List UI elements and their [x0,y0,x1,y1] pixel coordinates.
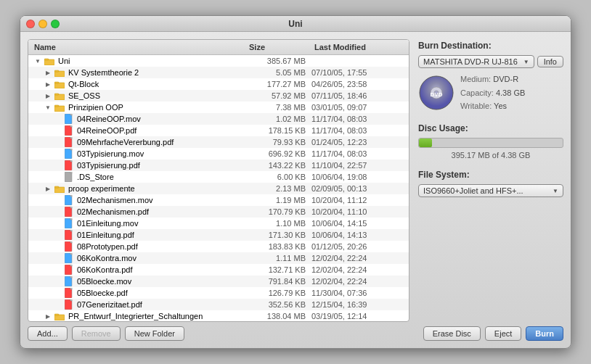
file-date-cell: 10/06/04, 14:13 [311,231,406,239]
table-row[interactable]: ▶ KV Systemtheorie 2 5.05 MB 07/10/05, 1… [28,67,409,78]
file-name-cell: ▼ Uni [31,57,246,65]
table-row[interactable]: 05Bloecke.pdf 126.79 KB 11/30/04, 07:36 [28,287,409,299]
file-size-cell: 352.56 KB [246,300,311,309]
file-icon [65,265,73,275]
file-date-cell: 11/30/04, 07:36 [311,289,406,297]
remove-button[interactable]: Remove [72,326,121,341]
disclosure-triangle-icon[interactable]: ▶ [44,69,52,76]
file-date-cell: 01/12/05, 20:26 [311,242,406,251]
table-row[interactable]: 03Typisierung.pdf 143.22 KB 11/10/04, 22… [28,160,409,171]
file-size-cell: 2.13 MB [246,184,311,193]
drive-dropdown[interactable]: MATSHITA DVD-R UJ-816 ▼ [418,55,534,68]
disc-usage-section: Disc Usage: 395.17 MB of 4.38 GB [418,123,563,160]
file-system-title: File System: [418,170,563,180]
table-row[interactable]: 04ReineOOP.mov 1.02 MB 11/17/04, 08:03 [28,113,409,125]
file-name-cell: 01Einleitung.mov [31,218,246,228]
table-row[interactable]: 02Mechanismen.pdf 170.79 KB 10/20/04, 11… [28,206,409,218]
table-row[interactable]: ▶ Qt-Block 177.27 MB 04/26/05, 23:58 [28,78,409,90]
svg-rect-27 [70,207,72,208]
table-row[interactable]: ▼ Prinzipien OOP 7.38 MB 03/01/05, 09:07 [28,102,409,113]
file-date-cell: 12/02/04, 22:24 [311,265,406,274]
usage-label: 395.17 MB of 4.38 GB [418,151,563,160]
file-name-cell: 01Einleitung.pdf [31,230,246,240]
col-header-size: Size [246,41,311,53]
file-name-cell: 04ReineOOP.mov [31,114,246,124]
info-button[interactable]: Info [537,56,563,67]
file-size-cell: 1.11 MB [246,254,311,262]
table-row[interactable]: 08Prototypen.pdf 183.83 KB 01/12/05, 20:… [28,241,409,252]
file-name-cell: ▶ Qt-Block [31,80,246,88]
disclosure-triangle-icon[interactable]: ▼ [44,104,52,111]
file-size-cell: 132.71 KB [246,265,311,274]
table-row[interactable]: ▶ proop experimente 2.13 MB 02/09/05, 00… [28,183,409,194]
table-row[interactable]: ▶ SE_OSS 57.92 MB 07/11/05, 18:46 [28,90,409,102]
file-icon [65,276,73,286]
file-date-cell: 12/02/04, 22:24 [311,254,406,262]
new-folder-button[interactable]: New Folder [125,326,184,341]
svg-rect-37 [70,265,72,266]
table-row[interactable]: ▼ Uni 385.67 MB [28,55,409,67]
file-system-value: ISO9660+Joliet and HFS+... [423,186,523,195]
eject-button[interactable]: Eject [485,326,521,341]
file-icon [65,137,73,147]
file-name-cell: ▶ PR_Entwurf_Integrierter_Schaltungen [31,312,246,320]
file-name: 03Typisierung.pdf [77,161,140,170]
right-panel: Burn Destination: MATSHITA DVD-R UJ-816 … [418,39,563,341]
burn-destination-title: Burn Destination: [418,41,563,51]
svg-rect-1 [44,59,49,60]
table-row[interactable]: 04ReineOOP.pdf 178.15 KB 11/17/04, 08:03 [28,125,409,136]
file-system-dropdown[interactable]: ISO9660+Joliet and HFS+... ▼ [418,184,563,197]
file-size-cell: 177.27 MB [246,80,311,88]
svg-rect-11 [70,114,72,115]
disclosure-triangle-icon[interactable]: ▶ [44,185,52,192]
table-row[interactable]: 06KoKontra.mov 1.11 MB 12/02/04, 22:24 [28,252,409,264]
svg-rect-43 [70,299,72,301]
file-size-cell: 385.67 MB [246,57,311,65]
file-name: 06KoKontra.mov [77,254,136,262]
disclosure-triangle-icon[interactable]: ▶ [44,80,52,88]
close-button[interactable] [26,20,35,28]
add-button[interactable]: Add... [28,326,68,341]
table-row[interactable]: 01Einleitung.mov 1.10 MB 10/06/04, 14:15 [28,218,409,229]
col-header-modified: Last Modified [311,41,406,53]
erase-disc-button[interactable]: Erase Disc [423,326,481,341]
window-title: Uni [288,19,302,29]
table-row[interactable]: 05Bloecke.mov 791.84 KB 12/02/04, 22:24 [28,276,409,287]
file-date-cell: 01/24/05, 12:23 [311,138,406,146]
file-date-cell: 12/02/04, 22:24 [311,277,406,286]
file-list-body[interactable]: ▼ Uni 385.67 MB ▶ KV Systemtheorie 2 5.0… [28,55,409,320]
minimize-button[interactable] [38,20,47,28]
file-name: Prinzipien OOP [68,103,123,112]
table-row[interactable]: 09MehrfacheVererbung.pdf 79.93 KB 01/24/… [28,136,409,148]
file-name: .DS_Store [77,173,114,181]
file-name-cell: ▶ KV Systemtheorie 2 [31,68,246,77]
table-row[interactable]: 07Generizitaet.pdf 352.56 KB 12/15/04, 1… [28,299,409,310]
file-size-cell: 696.92 KB [246,149,311,158]
table-row[interactable]: 02Mechanismen.mov 1.19 MB 10/20/04, 11:1… [28,194,409,206]
table-row[interactable]: 01Einleitung.pdf 171.30 KB 10/06/04, 14:… [28,229,409,241]
folder-icon [54,80,65,88]
file-size-cell: 57.92 MB [246,91,311,100]
maximize-button[interactable] [51,20,60,28]
svg-rect-19 [70,160,72,162]
file-size-cell: 1.10 MB [246,219,311,228]
spacer [418,207,563,316]
file-system-section: File System: ISO9660+Joliet and HFS+... … [418,170,563,197]
disclosure-triangle-icon[interactable]: ▶ [44,92,52,99]
table-row[interactable]: 06KoKontra.pdf 132.71 KB 12/02/04, 22:24 [28,264,409,276]
file-name: 05Bloecke.pdf [77,289,128,297]
svg-rect-17 [70,149,72,150]
file-name-cell: 02Mechanismen.pdf [31,207,246,217]
file-icon [65,230,73,240]
disclosure-triangle-icon[interactable]: ▼ [34,57,41,65]
table-row[interactable]: 03Typisierung.mov 696.92 KB 11/17/04, 08… [28,148,409,160]
disclosure-triangle-icon[interactable]: ▶ [44,313,52,320]
svg-rect-33 [70,241,72,243]
table-row[interactable]: .DS_Store 6.00 KB 10/06/04, 19:08 [28,171,409,183]
file-icon [65,207,73,217]
table-row[interactable]: ▶ PR_Entwurf_Integrierter_Schaltungen 13… [28,310,409,320]
svg-rect-41 [70,288,72,289]
file-name: 01Einleitung.pdf [77,231,134,239]
file-name: 05Bloecke.mov [77,277,131,286]
burn-button[interactable]: Burn [526,326,563,341]
